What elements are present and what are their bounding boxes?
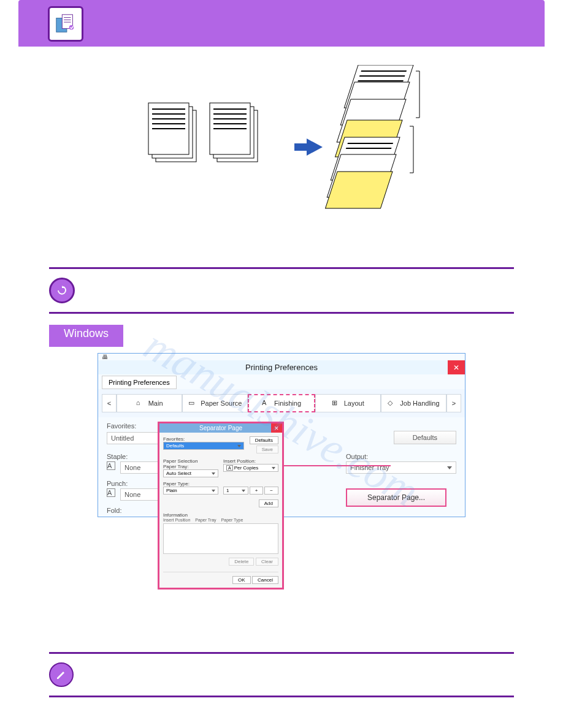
tab-paper-source[interactable]: ▭Paper Source [182, 394, 248, 412]
paper-tray-dropdown[interactable]: Auto Select [163, 469, 218, 477]
page-icon: A [262, 399, 270, 408]
paper-selection-label: Paper Selection [163, 458, 218, 464]
job-icon: ◇ [388, 399, 396, 408]
printer-document-icon [48, 6, 83, 42]
tab-printing-preferences[interactable]: Printing Preferences [102, 376, 177, 389]
insert-position-label: Insert Position: [223, 458, 278, 464]
output-dropdown[interactable]: Finisher Tray [346, 461, 456, 474]
close-icon[interactable]: ✕ [448, 360, 465, 374]
qty-input[interactable]: 1 [223, 487, 248, 495]
sep-save-button: Save [256, 446, 278, 453]
dialog-title-bar: Separator Page ✕ [159, 423, 282, 433]
qty-minus-button[interactable]: − [264, 487, 278, 495]
header-bar [18, 0, 545, 47]
col-paper-tray: Paper Tray [195, 518, 216, 522]
clear-button: Clear [256, 558, 278, 566]
separator-page-diagram [49, 71, 514, 267]
delete-button: Delete [229, 558, 254, 566]
divider [49, 267, 514, 269]
screenshot-container: 🖶 Printing Preferences ✕ Printing Prefer… [98, 353, 465, 517]
staple-icon: A [107, 461, 115, 470]
separator-page-button[interactable]: Separator Page... [346, 488, 446, 507]
output-label: Output: [346, 453, 456, 460]
insert-position-dropdown[interactable]: APer Copies [223, 464, 278, 472]
tab-layout[interactable]: ⊞Layout [315, 394, 381, 412]
add-button[interactable]: Add [259, 499, 278, 507]
col-paper-type: Paper Type [221, 518, 243, 522]
sep-defaults-button[interactable]: Defaults [250, 436, 278, 444]
tab-job-handling[interactable]: ◇Job Handling [381, 394, 446, 412]
nav-next-button[interactable]: > [446, 394, 461, 412]
defaults-button[interactable]: Defaults [394, 431, 456, 444]
sep-favorites-label: Favorites: [163, 436, 244, 442]
tab-finishing[interactable]: AFinishing [248, 394, 315, 412]
close-icon[interactable]: ✕ [271, 423, 282, 433]
layout-icon: ⊞ [332, 399, 340, 408]
nav-prev-button[interactable]: < [102, 394, 117, 412]
punch-icon: A [107, 488, 115, 497]
home-icon: ⌂ [136, 399, 145, 408]
window-title-bar: Printing Preferences ✕ [98, 360, 465, 374]
sep-favorites-dropdown[interactable]: Defaults [163, 442, 244, 450]
tab-main[interactable]: ⌂Main [117, 394, 182, 412]
ok-button[interactable]: OK [232, 576, 251, 584]
category-nav: < ⌂Main ▭Paper Source AFinishing ⊞Layout… [98, 389, 465, 417]
separator-page-dialog: Separator Page ✕ Favorites: Defaults Def… [158, 422, 284, 590]
divider [49, 312, 514, 314]
window-title: Printing Preferences [245, 363, 318, 372]
qty-plus-button[interactable]: + [250, 487, 264, 495]
paper-type-label: Paper Type: [163, 481, 218, 487]
back-arrow-icon[interactable] [49, 278, 75, 303]
callout-line [280, 465, 391, 466]
os-label: Windows [49, 325, 123, 347]
col-insert-position: Insert Position [163, 518, 190, 522]
page-icon: A [226, 465, 233, 471]
cancel-button[interactable]: Cancel [252, 576, 278, 584]
tray-icon: ▭ [188, 399, 197, 408]
information-listbox[interactable] [163, 523, 278, 554]
svg-rect-34 [326, 172, 393, 208]
paper-type-dropdown[interactable]: Plain [163, 487, 218, 495]
information-label: Information [163, 512, 278, 518]
pencil-note-icon [49, 662, 74, 687]
paper-tray-label: Paper Tray: [163, 464, 218, 469]
